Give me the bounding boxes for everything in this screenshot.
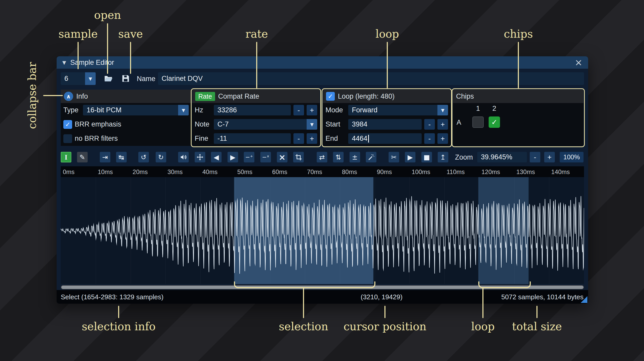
annotation-total-size: total size xyxy=(512,320,562,333)
preview-button[interactable]: ▶ xyxy=(405,152,415,162)
sample-type-select[interactable]: 16-bit PCM ▼ xyxy=(83,105,189,115)
zoom-input[interactable]: 39.9645% xyxy=(477,152,527,162)
rate-header: Rate Compat Rate xyxy=(192,90,320,103)
play-icon: ▶ xyxy=(408,154,413,161)
brr-emphasis-row: ✓ BRR emphasis xyxy=(61,117,191,131)
info-title: Info xyxy=(76,92,88,100)
zoom-in-button[interactable]: + xyxy=(544,152,555,162)
redo-button[interactable]: ↻ xyxy=(156,152,166,162)
normalize-button[interactable] xyxy=(195,152,205,162)
save-sample-button[interactable] xyxy=(120,73,131,84)
chip-2-checkbox[interactable]: ✓ xyxy=(489,116,500,128)
open-sample-button[interactable] xyxy=(103,73,114,84)
annotation-loop-bracket xyxy=(478,281,531,288)
magic-wand-icon xyxy=(368,154,375,161)
floppy-disk-icon xyxy=(121,74,130,83)
loop-end-increment-button[interactable]: + xyxy=(437,133,448,144)
sample-editor-window: ▼ Sample Editor × 6 ▼ Name Clarinet DQV … xyxy=(57,56,588,304)
chip-1-checkbox[interactable]: ✓ xyxy=(472,116,484,128)
loop-mode-value: Forward xyxy=(348,106,381,114)
apply-silence-button[interactable]: −ˣ xyxy=(260,152,271,162)
invert-button[interactable]: ⇅ xyxy=(333,152,344,162)
window-collapse-icon[interactable]: ▼ xyxy=(62,60,66,65)
loop-end-input[interactable]: 4464 xyxy=(348,133,422,144)
fade-out-button[interactable]: ▶ xyxy=(228,152,238,162)
draw-tool-button[interactable]: ✎ xyxy=(77,152,88,162)
zoom-out-button[interactable]: - xyxy=(530,152,540,162)
hz-decrement-button[interactable]: - xyxy=(293,105,304,115)
loop-start-increment-button[interactable]: + xyxy=(437,119,448,130)
timeline-label: 80ms xyxy=(342,168,357,176)
crop-icon xyxy=(295,154,302,161)
fine-decrement-button[interactable]: - xyxy=(293,133,304,144)
loop-mode-select[interactable]: Forward ▼ xyxy=(348,105,448,115)
fine-input[interactable]: -11 xyxy=(214,133,291,144)
resize-button[interactable]: ⇥ xyxy=(100,152,110,162)
window-titlebar[interactable]: ▼ Sample Editor × xyxy=(57,56,588,69)
sample-number-select[interactable]: 6 ▼ xyxy=(61,72,96,85)
resample-button[interactable]: ↹ xyxy=(116,152,127,162)
annotation-line xyxy=(482,288,483,318)
annotation-loop-bottom: loop xyxy=(471,320,495,333)
crosscut-button[interactable]: ✂ xyxy=(389,152,399,162)
chips-header: Chips xyxy=(453,90,584,103)
insert-silence-icon: −⁺ xyxy=(245,154,253,160)
filter-button[interactable] xyxy=(366,152,376,162)
loop-start-decrement-button[interactable]: - xyxy=(424,119,435,130)
fade-in-button[interactable]: ◀ xyxy=(211,152,222,162)
stop-button[interactable]: ■ xyxy=(421,152,432,162)
rate-tag[interactable]: Rate xyxy=(195,92,215,101)
fine-increment-button[interactable]: + xyxy=(307,133,317,144)
chip-upload-button[interactable]: ↥ xyxy=(438,152,448,162)
timeline-label: 90ms xyxy=(377,168,392,176)
zoom-reset-button[interactable]: 100% xyxy=(560,152,584,162)
brr-emphasis-label: BRR emphasis xyxy=(75,120,121,128)
insert-silence-button[interactable]: −⁺ xyxy=(244,152,254,162)
triangle-right-icon: ▶ xyxy=(230,154,236,161)
reverse-button[interactable]: ⇄ xyxy=(317,152,327,162)
note-select[interactable]: C-7 ▼ xyxy=(214,119,317,130)
annotation-line xyxy=(303,288,304,318)
no-brr-filters-checkbox[interactable]: ✓ xyxy=(63,134,72,143)
window-resize-grip[interactable] xyxy=(581,296,587,303)
trim-button[interactable] xyxy=(293,152,304,162)
timeline-ruler: 0ms10ms20ms30ms40ms50ms60ms70ms80ms90ms1… xyxy=(61,166,584,177)
chevron-down-icon[interactable]: ▼ xyxy=(178,105,189,115)
annotation-rate: rate xyxy=(246,28,268,40)
annotation-line xyxy=(78,42,79,69)
loop-start-input[interactable]: 3984 xyxy=(348,119,422,130)
fine-label: Fine xyxy=(195,135,211,143)
loop-enable-checkbox[interactable]: ✓ xyxy=(326,92,335,101)
waveform-canvas[interactable] xyxy=(61,177,584,284)
scissors-icon: ✂ xyxy=(391,154,397,161)
loop-end-decrement-button[interactable]: - xyxy=(424,133,435,144)
annotation-selection-bracket xyxy=(234,281,375,288)
annotation-line xyxy=(536,306,537,318)
amplify-button[interactable] xyxy=(178,152,189,162)
folder-open-icon xyxy=(104,74,113,83)
undo-button[interactable]: ↺ xyxy=(138,152,149,162)
sample-name-input[interactable]: Clarinet DQV xyxy=(158,72,584,85)
chevron-down-icon[interactable]: ▼ xyxy=(437,105,448,115)
chevron-down-icon[interactable]: ▼ xyxy=(307,119,317,130)
sample-type-row: Type 16-bit PCM ▼ xyxy=(61,103,191,117)
timeline-label: 100ms xyxy=(412,168,430,176)
delete-button[interactable]: × xyxy=(277,152,287,162)
note-label: Note xyxy=(195,120,211,128)
speaker-icon xyxy=(180,154,187,161)
brr-emphasis-checkbox[interactable]: ✓ xyxy=(63,120,72,129)
close-icon[interactable]: × xyxy=(575,58,582,67)
chips-title: Chips xyxy=(456,92,474,100)
rate-panel: Rate Compat Rate Hz 33286 - + Note C-7 ▼… xyxy=(192,90,320,146)
chevron-down-icon[interactable]: ▼ xyxy=(85,72,96,85)
hz-increment-button[interactable]: + xyxy=(307,105,317,115)
collapse-section-button[interactable]: ∧ xyxy=(64,92,73,101)
upload-icon: ↥ xyxy=(440,154,446,161)
annotation-open: open xyxy=(94,9,121,21)
fine-value: -11 xyxy=(214,135,231,143)
select-tool-button[interactable]: I xyxy=(61,152,71,162)
signedness-button[interactable]: ± xyxy=(350,152,360,162)
annotation-selection: selection xyxy=(279,320,328,333)
hz-input[interactable]: 33286 xyxy=(214,105,291,115)
hz-label: Hz xyxy=(195,106,211,114)
